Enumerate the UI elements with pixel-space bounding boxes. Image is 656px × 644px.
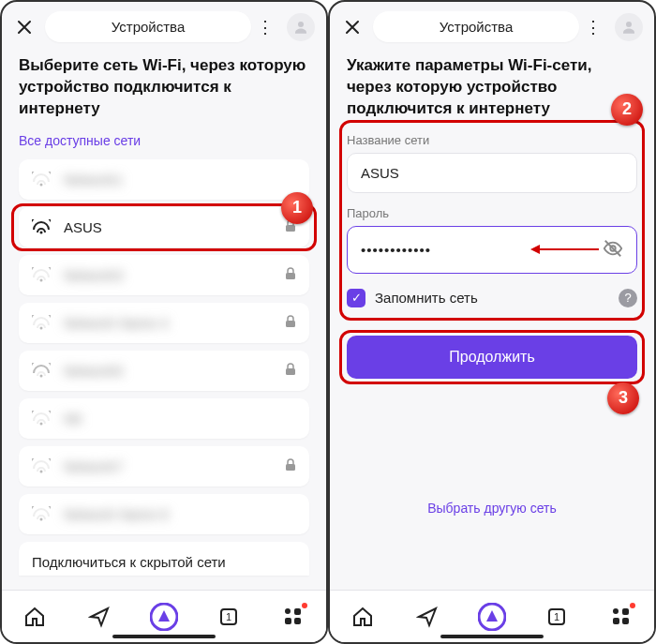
svg-point-13 bbox=[40, 518, 43, 521]
remember-label: Запомнить сеть bbox=[375, 290, 619, 306]
password-input[interactable]: •••••••••••• bbox=[347, 226, 637, 274]
page-title: Устройства bbox=[45, 11, 251, 42]
wifi-item[interactable]: Network1 bbox=[19, 159, 309, 200]
header: Устройства ⋮ bbox=[2, 2, 326, 50]
wifi-item[interactable]: Network5 bbox=[19, 351, 309, 391]
wifi-icon bbox=[32, 458, 51, 473]
wifi-name: Network3 bbox=[64, 267, 285, 283]
continue-button[interactable]: Продолжить 3 bbox=[347, 336, 637, 379]
svg-rect-17 bbox=[294, 608, 301, 615]
wifi-icon bbox=[32, 315, 51, 330]
heading: Выберите сеть Wi-Fi, через которую устро… bbox=[19, 55, 309, 120]
svg-rect-7 bbox=[286, 321, 295, 327]
nav-alice-icon[interactable] bbox=[475, 600, 509, 634]
header: Устройства ⋮ bbox=[330, 2, 654, 50]
svg-rect-25 bbox=[622, 608, 629, 615]
wifi-icon bbox=[32, 267, 51, 282]
content: Укажите параметры Wi-Fi-сети, через кото… bbox=[330, 50, 654, 590]
svg-rect-27 bbox=[622, 618, 629, 624]
nav-tabs-icon[interactable]: 1 bbox=[540, 600, 574, 634]
svg-point-1 bbox=[40, 184, 43, 187]
nav-apps-icon[interactable] bbox=[276, 600, 310, 634]
help-icon[interactable]: ? bbox=[619, 289, 637, 307]
remember-row: ✓ Запомнить сеть ? bbox=[347, 289, 637, 307]
wifi-name: Network Name 4 bbox=[64, 315, 285, 331]
eye-off-icon[interactable] bbox=[603, 238, 623, 262]
nav-send-icon[interactable] bbox=[410, 600, 444, 634]
choose-other-link[interactable]: Выбрать другую сеть bbox=[347, 501, 637, 516]
lock-icon bbox=[285, 458, 296, 474]
svg-rect-18 bbox=[285, 618, 291, 624]
step-badge-2: 2 bbox=[611, 94, 643, 126]
bottom-nav: 1 bbox=[2, 590, 326, 642]
all-networks-link[interactable]: Все доступные сети bbox=[19, 133, 309, 148]
remember-checkbox[interactable]: ✓ bbox=[347, 289, 365, 307]
svg-point-24 bbox=[613, 608, 619, 614]
svg-point-6 bbox=[40, 327, 43, 330]
wifi-name: Network Name 8 bbox=[64, 506, 296, 522]
wifi-item[interactable]: Network Name 8 bbox=[19, 494, 309, 534]
svg-rect-26 bbox=[613, 618, 619, 624]
home-indicator bbox=[440, 635, 544, 638]
wifi-name: Network7 bbox=[64, 458, 285, 474]
svg-rect-9 bbox=[286, 368, 295, 375]
svg-point-20 bbox=[626, 22, 632, 27]
wifi-icon bbox=[32, 172, 51, 187]
hidden-network-link[interactable]: Подключиться к скрытой сети bbox=[19, 542, 309, 576]
step-badge-3: 3 bbox=[607, 382, 639, 414]
svg-rect-5 bbox=[286, 273, 295, 279]
ssid-input[interactable]: ASUS bbox=[347, 153, 637, 193]
content: Выберите сеть Wi-Fi, через которую устро… bbox=[2, 50, 326, 590]
wifi-item[interactable]: Network Name 4 bbox=[19, 303, 309, 343]
svg-rect-19 bbox=[294, 618, 301, 624]
svg-point-0 bbox=[298, 22, 304, 27]
wifi-item[interactable]: Network7 bbox=[19, 446, 309, 487]
bottom-nav: 1 bbox=[330, 590, 654, 642]
svg-point-8 bbox=[40, 375, 43, 378]
close-icon[interactable] bbox=[13, 16, 36, 38]
heading: Укажите параметры Wi-Fi-сети, через кото… bbox=[347, 55, 637, 120]
nav-alice-icon[interactable] bbox=[147, 600, 181, 634]
svg-point-16 bbox=[285, 608, 291, 614]
wifi-list: Network1ASUS1Network3Network Name 4Netwo… bbox=[19, 159, 309, 534]
step-badge-1: 1 bbox=[281, 192, 313, 224]
avatar[interactable] bbox=[615, 13, 643, 41]
close-icon[interactable] bbox=[341, 16, 364, 38]
wifi-name: Network1 bbox=[64, 172, 296, 187]
ssid-label: Название сети bbox=[347, 133, 637, 147]
wifi-form: 2 Название сети ASUS Пароль ••••••••••••… bbox=[347, 120, 637, 321]
avatar[interactable] bbox=[287, 13, 315, 41]
nav-tabs-icon[interactable]: 1 bbox=[212, 600, 246, 634]
lock-icon bbox=[285, 363, 296, 379]
wifi-icon bbox=[32, 411, 51, 426]
wifi-item[interactable]: Network3 bbox=[19, 255, 309, 295]
svg-rect-3 bbox=[286, 225, 295, 232]
nav-home-icon[interactable] bbox=[346, 600, 380, 634]
password-label: Пароль bbox=[347, 206, 637, 220]
svg-point-11 bbox=[40, 471, 43, 473]
wifi-icon bbox=[32, 506, 51, 521]
notification-dot-icon bbox=[302, 603, 307, 608]
title-bar: Устройства ⋮ bbox=[373, 11, 605, 42]
lock-icon bbox=[285, 315, 296, 331]
screen-wifi-list: Устройства ⋮ Выберите сеть Wi-Fi, через … bbox=[0, 0, 328, 644]
kebab-icon[interactable]: ⋮ bbox=[579, 14, 605, 40]
nav-send-icon[interactable] bbox=[82, 600, 116, 634]
home-indicator bbox=[112, 635, 216, 638]
svg-point-4 bbox=[40, 279, 43, 282]
title-bar: Устройства ⋮ bbox=[45, 11, 277, 42]
wifi-name: ASUS bbox=[64, 219, 285, 235]
lock-icon bbox=[285, 267, 296, 283]
notification-dot-icon bbox=[630, 603, 635, 608]
screen-wifi-password: Устройства ⋮ Укажите параметры Wi-Fi-сет… bbox=[328, 0, 656, 644]
nav-apps-icon[interactable] bbox=[604, 600, 638, 634]
nav-home-icon[interactable] bbox=[18, 600, 52, 634]
annotation-arrow-icon bbox=[533, 248, 599, 250]
wifi-item[interactable]: N6 bbox=[19, 398, 309, 439]
wifi-icon bbox=[32, 363, 51, 378]
wifi-item[interactable]: ASUS1 bbox=[19, 207, 309, 247]
svg-point-10 bbox=[40, 423, 43, 426]
kebab-icon[interactable]: ⋮ bbox=[251, 14, 277, 40]
page-title: Устройства bbox=[373, 11, 579, 42]
svg-rect-12 bbox=[286, 464, 295, 471]
